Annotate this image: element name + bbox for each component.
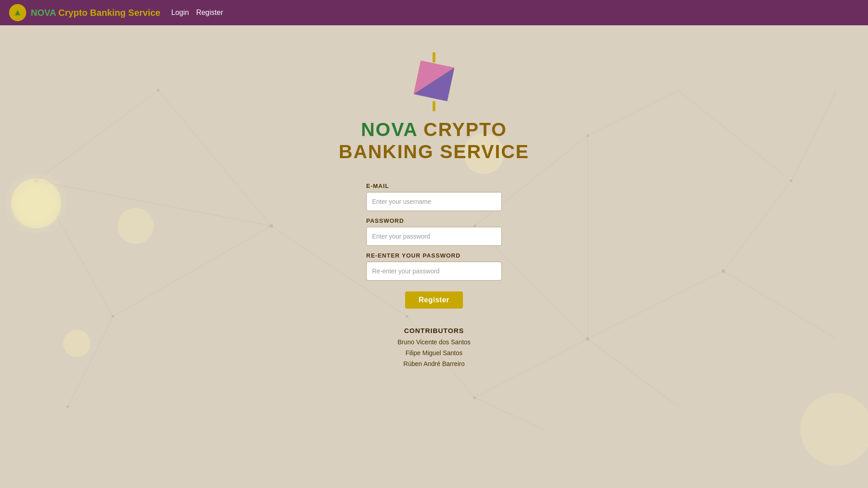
logo-container: NOVA CRYPTO BANKING SERVICE [339, 52, 529, 163]
password-input[interactable] [366, 227, 502, 246]
email-input[interactable] [366, 192, 502, 211]
nav-register[interactable]: Register [196, 9, 223, 17]
navbar: NOVA Crypto Banking Service Login Regist… [0, 0, 868, 25]
reenter-label: RE-ENTER YOUR PASSWORD [366, 252, 461, 259]
logo-icon [405, 52, 463, 111]
contributor-3: Rúben André Barreiro [397, 359, 471, 370]
contributor-2: Filipe Miguel Santos [397, 348, 471, 359]
svg-point-27 [473, 396, 476, 399]
navbar-links: Login Register [171, 9, 223, 17]
navbar-title: NOVA Crypto Banking Service [31, 8, 160, 18]
svg-rect-41 [433, 101, 435, 111]
contributor-1: Bruno Vicente dos Santos [397, 337, 471, 348]
contributors-section: CONTRIBUTORS Bruno Vicente dos Santos Fi… [397, 327, 471, 369]
nav-login[interactable]: Login [171, 9, 189, 17]
reenter-password-input[interactable] [366, 262, 502, 281]
brand-name-line2: BANKING SERVICE [339, 141, 529, 163]
main-content: NOVA CRYPTO BANKING SERVICE E-MAIL PASSW… [0, 25, 868, 370]
contributors-title: CONTRIBUTORS [397, 327, 471, 334]
password-label: PASSWORD [366, 217, 404, 224]
brand-name: NOVA CRYPTO [361, 118, 507, 141]
navbar-logo [9, 4, 26, 21]
email-label: E-MAIL [366, 183, 389, 189]
navbar-brand[interactable]: NOVA Crypto Banking Service [9, 4, 160, 21]
register-button[interactable]: Register [405, 291, 463, 309]
register-form: E-MAIL PASSWORD RE-ENTER YOUR PASSWORD R… [366, 176, 502, 309]
svg-point-25 [66, 405, 69, 408]
svg-rect-40 [433, 52, 435, 62]
